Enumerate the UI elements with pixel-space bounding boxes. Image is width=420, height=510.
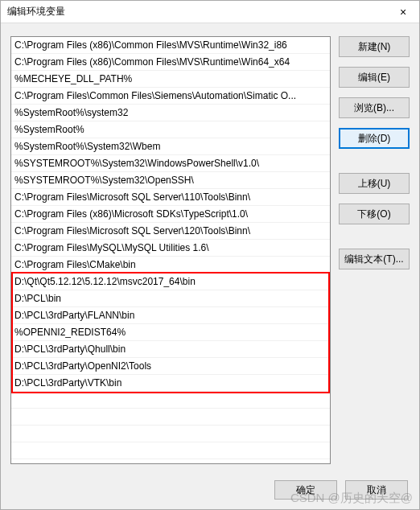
dialog-window: 编辑环境变量 × C:\Program Files (x86)\Common F… xyxy=(0,0,420,510)
path-list[interactable]: C:\Program Files (x86)\Common Files\MVS\… xyxy=(10,36,331,464)
moveup-button[interactable]: 上移(U) xyxy=(339,173,410,194)
list-item[interactable]: %MECHEYE_DLL_PATH% xyxy=(11,71,330,88)
list-item[interactable]: D:\PCL\3rdParty\VTK\bin xyxy=(11,375,330,392)
list-item[interactable]: C:\Program Files (x86)\Common Files\MVS\… xyxy=(11,37,330,54)
cancel-button[interactable]: 取消 xyxy=(345,480,408,500)
window-title: 编辑环境变量 xyxy=(7,5,65,19)
list-item[interactable]: C:\Program Files (x86)\Common Files\MVS\… xyxy=(11,54,330,71)
list-item[interactable] xyxy=(11,442,330,459)
content-area: C:\Program Files (x86)\Common Files\MVS\… xyxy=(1,23,419,471)
list-item[interactable]: D:\PCL\3rdParty\Qhull\bin xyxy=(11,341,330,358)
list-item[interactable]: C:\Program Files\Microsoft SQL Server\12… xyxy=(11,223,330,240)
list-item[interactable]: C:\Program Files\CMake\bin xyxy=(11,257,330,274)
list-item[interactable]: D:\PCL\3rdParty\OpenNI2\Tools xyxy=(11,358,330,375)
list-item[interactable]: %SYSTEMROOT%\System32\OpenSSH\ xyxy=(11,172,330,189)
list-item[interactable]: %SYSTEMROOT%\System32\WindowsPowerShell\… xyxy=(11,155,330,172)
list-item[interactable]: D:\PCL\bin xyxy=(11,290,330,307)
edit-button[interactable]: 编辑(E) xyxy=(339,67,410,88)
footer: 确定 取消 CSDN @历史的天空@ xyxy=(1,471,419,509)
list-item[interactable] xyxy=(11,409,330,426)
list-item[interactable]: %SystemRoot%\system32 xyxy=(11,105,330,121)
movedown-button[interactable]: 下移(O) xyxy=(339,204,410,224)
list-item[interactable]: D:\PCL\3rdParty\FLANN\bin xyxy=(11,307,330,324)
list-item[interactable]: C:\Program Files\MySQL\MySQL Utilities 1… xyxy=(11,240,330,257)
list-item[interactable] xyxy=(11,426,330,442)
list-item[interactable]: %OPENNI2_REDIST64% xyxy=(11,324,330,341)
ok-button[interactable]: 确定 xyxy=(274,480,337,500)
button-column: 新建(N) 编辑(E) 浏览(B)... 删除(D) 上移(U) 下移(O) 编… xyxy=(339,36,410,464)
titlebar: 编辑环境变量 × xyxy=(1,1,419,23)
list-item[interactable]: %SystemRoot%\System32\Wbem xyxy=(11,138,330,155)
delete-button[interactable]: 删除(D) xyxy=(339,128,410,149)
edittext-button[interactable]: 编辑文本(T)... xyxy=(339,249,410,269)
new-button[interactable]: 新建(N) xyxy=(339,36,410,57)
list-item[interactable]: C:\Program Files (x86)\Microsoft SDKs\Ty… xyxy=(11,206,330,223)
list-item[interactable]: D:\Qt\Qt5.12.12\5.12.12\msvc2017_64\bin xyxy=(11,274,330,290)
close-icon[interactable]: × xyxy=(387,1,419,23)
list-item[interactable]: C:\Program Files\Microsoft SQL Server\11… xyxy=(11,189,330,206)
list-item[interactable]: %SystemRoot% xyxy=(11,121,330,138)
list-item[interactable] xyxy=(11,392,330,409)
list-item[interactable]: C:\Program Files\Common Files\Siemens\Au… xyxy=(11,88,330,105)
browse-button[interactable]: 浏览(B)... xyxy=(339,97,410,118)
